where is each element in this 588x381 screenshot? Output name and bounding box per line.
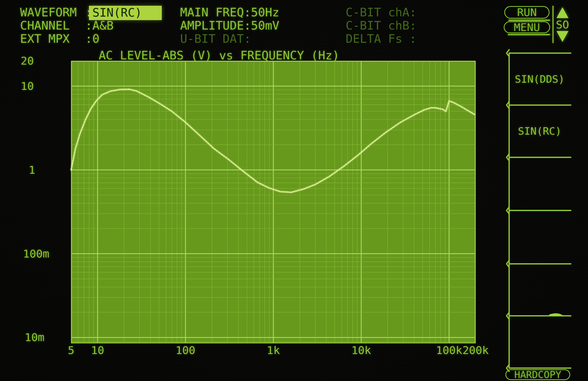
scroll-up-icon[interactable] — [556, 7, 568, 18]
channel-label: CHANNEL — [20, 19, 70, 32]
y-axis-tick-label: 20 — [21, 55, 34, 67]
ext-mpx-colon: : — [85, 32, 92, 45]
menu-button[interactable]: MENU — [504, 21, 550, 33]
ext-mpx-value-field[interactable]: 0 — [92, 32, 100, 45]
waveform-label: WAVEFORM — [20, 6, 77, 19]
x-axis-tick-label: 200k — [453, 344, 499, 357]
channel-value-field[interactable]: A&B — [92, 19, 114, 32]
x-axis-tick-label: 1k — [250, 344, 296, 357]
softkey-label-2: SIN(RC) — [509, 124, 570, 138]
channel-colon: : — [85, 19, 92, 32]
delta-fs-field: DELTA Fs : — [346, 32, 416, 45]
y-axis-tick-label: 1 — [29, 164, 35, 176]
run-button[interactable]: RUN — [504, 6, 550, 19]
waveform-value-field[interactable]: SIN(RC) — [89, 6, 162, 20]
c-bit-chb-field: C-BIT chB: — [346, 19, 416, 32]
y-axis-tick-label: 10 — [21, 80, 34, 92]
x-axis-tick-label: 10 — [75, 344, 120, 357]
y-axis-tick-label: 10m — [25, 331, 44, 344]
x-axis-tick-label: 100 — [163, 344, 209, 357]
y-axis-tick-label: 100m — [23, 247, 49, 260]
amplitude-field[interactable]: AMPLITUDE:50mV — [180, 19, 279, 32]
analyzer-screen: WAVEFORM : SIN(RC) CHANNEL : A&B EXT MPX… — [0, 0, 588, 381]
header-divider — [552, 6, 554, 43]
softkey-slot-4[interactable] — [508, 210, 571, 264]
chart-title: AC LEVEL-ABS (V) vs FREQUENCY (Hz) — [99, 49, 339, 62]
hardcopy-button[interactable]: HARDCOPY — [505, 369, 570, 380]
scroll-label: SO — [556, 18, 569, 31]
scroll-down-icon[interactable] — [556, 31, 568, 42]
level-vs-frequency-plot — [71, 61, 476, 343]
main-freq-field[interactable]: MAIN FREQ:50Hz — [180, 6, 279, 19]
ext-mpx-label: EXT MPX — [20, 32, 70, 45]
softkey-slot-5[interactable] — [508, 264, 571, 316]
softkey-slot-3[interactable] — [508, 157, 571, 210]
softkey-slot-6[interactable] — [508, 316, 571, 368]
u-bit-dat-field: U-BIT DAT: — [180, 32, 251, 45]
softkey-label-1: SIN(DDS) — [509, 72, 570, 86]
c-bit-cha-field: C-BIT chA: — [346, 6, 416, 19]
menu-underline — [508, 34, 550, 35]
x-axis-tick-label: 10k — [338, 344, 384, 357]
